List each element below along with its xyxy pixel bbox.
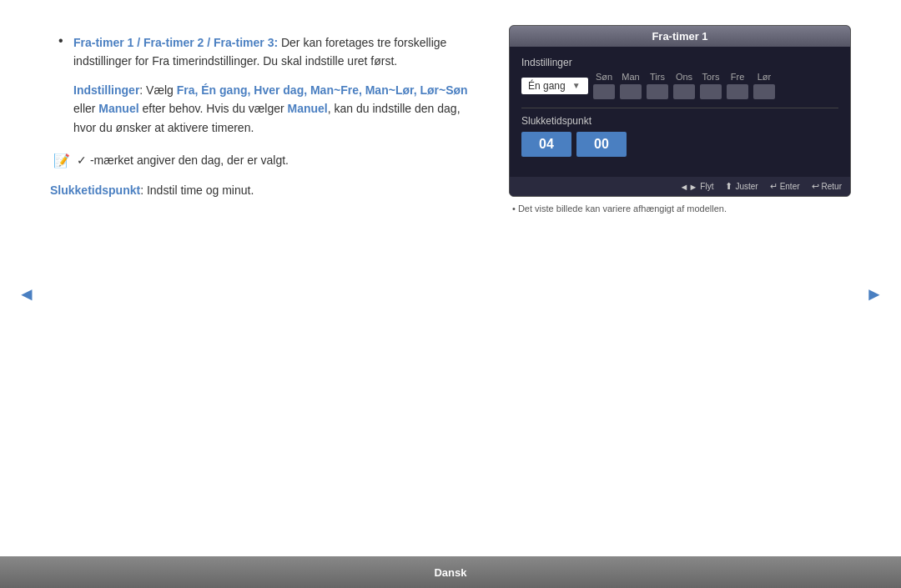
right-arrow-icon: ►	[865, 284, 883, 305]
footer-juster: ⬆ Juster	[725, 181, 758, 192]
tv-footer: ◄► Flyt ⬆ Juster ↵ Enter ↩ Retur	[510, 177, 850, 196]
text-section: Fra-timer 1 / Fra-timer 2 / Fra-timer 3:…	[50, 25, 476, 199]
nav-left-button[interactable]: ◄	[15, 283, 38, 306]
note-text: ✓ -mærket angiver den dag, der er valgt.	[77, 152, 289, 169]
tv-section: Fra-timer 1 Indstillinger Én gang ▼	[509, 25, 851, 214]
day-col-son: Søn	[593, 72, 615, 99]
colon-text: : Vælg	[139, 83, 176, 97]
or-text: eller	[73, 102, 98, 115]
dropdown-arrow-icon: ▼	[572, 81, 581, 90]
main-content: Fra-timer 1 / Fra-timer 2 / Fra-timer 3:…	[0, 0, 901, 239]
manuel1-text: Manuel	[98, 102, 138, 115]
tv-screen: Fra-timer 1 Indstillinger Én gang ▼	[509, 25, 851, 197]
day-box-ons[interactable]	[673, 84, 695, 99]
flyt-label: Flyt	[700, 182, 713, 191]
tv-indstillinger-label: Indstillinger	[521, 57, 838, 68]
juster-icon: ⬆	[725, 181, 732, 192]
tv-body: Indstillinger Én gang ▼ Søn	[510, 47, 850, 177]
tv-titlebar: Fra-timer 1	[510, 26, 850, 47]
footer-flyt: ◄► Flyt	[680, 182, 714, 192]
checkmark-icon: ✓	[77, 153, 87, 167]
indstillinger-paragraph: Indstillinger: Vælg Fra, Én gang, Hver d…	[73, 81, 476, 137]
slukke-desc: : Indstil time og minut.	[140, 183, 254, 197]
day-label-fre: Fre	[731, 72, 745, 82]
day-box-tirs[interactable]	[647, 84, 668, 99]
day-col-tors: Tors	[700, 72, 722, 99]
day-col-man: Man	[620, 72, 642, 99]
day-box-tors[interactable]	[700, 84, 722, 99]
note-icon: 📝	[53, 153, 70, 168]
day-col-ons: Ons	[673, 72, 695, 99]
left-arrow-icon: ◄	[18, 284, 36, 305]
options-text: Fra, Én gang, Hver dag, Man~Fre, Man~Lør…	[177, 83, 468, 97]
retur-label: Retur	[822, 182, 842, 191]
footer-retur: ↩ Retur	[812, 181, 842, 192]
day-box-fre[interactable]	[727, 84, 748, 99]
tv-days-row: Én gang ▼ Søn Man	[521, 72, 838, 99]
flyt-icon: ◄►	[680, 182, 698, 192]
day-label-man: Man	[622, 72, 639, 82]
main-paragraph: Fra-timer 1 / Fra-timer 2 / Fra-timer 3:…	[73, 33, 476, 71]
juster-label: Juster	[735, 182, 758, 191]
day-col-fre: Fre	[727, 72, 748, 99]
tv-time-minute[interactable]: 00	[576, 132, 627, 157]
tv-time-row: 04 00	[521, 132, 838, 157]
language-label: Dansk	[434, 566, 466, 579]
bullet-item: Fra-timer 1 / Fra-timer 2 / Fra-timer 3:…	[58, 33, 476, 137]
retur-icon: ↩	[812, 181, 819, 192]
fra-timer-heading: Fra-timer 1 / Fra-timer 2 / Fra-timer 3:	[73, 36, 278, 49]
tv-time-hour[interactable]: 04	[521, 132, 571, 157]
day-box-lor[interactable]	[753, 84, 775, 99]
day-label-lor: Lør	[758, 72, 772, 82]
caption-text: Det viste billede kan variere afhængigt …	[518, 204, 727, 214]
indstillinger-label-text: Indstillinger	[73, 83, 139, 97]
bullet-caption: •	[512, 204, 518, 214]
nav-right-button[interactable]: ►	[863, 283, 886, 306]
day-label-tors: Tors	[702, 72, 720, 82]
day-label-ons: Ons	[676, 72, 692, 82]
note-box: 📝 ✓ -mærket angiver den dag, der er valg…	[53, 152, 476, 169]
day-label-tirs: Tirs	[650, 72, 665, 82]
day-label-son: Søn	[596, 72, 612, 82]
manuel2-text: Manuel	[288, 102, 328, 115]
tv-dropdown[interactable]: Én gang ▼	[521, 78, 588, 94]
day-box-man[interactable]	[620, 84, 642, 99]
tv-separator	[521, 108, 838, 108]
days-group: Søn Man Tirs	[593, 72, 775, 99]
tv-caption: • Det viste billede kan variere afhængig…	[509, 204, 851, 214]
footer-enter: ↵ Enter	[770, 181, 800, 192]
bottom-bar: Dansk	[0, 556, 901, 588]
tv-title: Fra-timer 1	[652, 30, 707, 43]
day-box-son[interactable]	[593, 84, 615, 99]
slukke-label: Slukketidspunkt	[50, 183, 140, 197]
tv-time-label: Slukketidspunkt	[521, 115, 838, 127]
day-col-tirs: Tirs	[647, 72, 668, 99]
indstillinger-section: Indstillinger Én gang ▼ Søn	[521, 57, 838, 99]
after-text: efter behov. Hvis du vælger	[139, 102, 288, 115]
enter-label: Enter	[780, 182, 800, 191]
enter-icon: ↵	[770, 181, 778, 192]
day-col-lor: Lør	[753, 72, 775, 99]
dropdown-value: Én gang	[528, 80, 566, 92]
slukke-line: Slukketidspunkt: Indstil time og minut.	[50, 181, 476, 199]
